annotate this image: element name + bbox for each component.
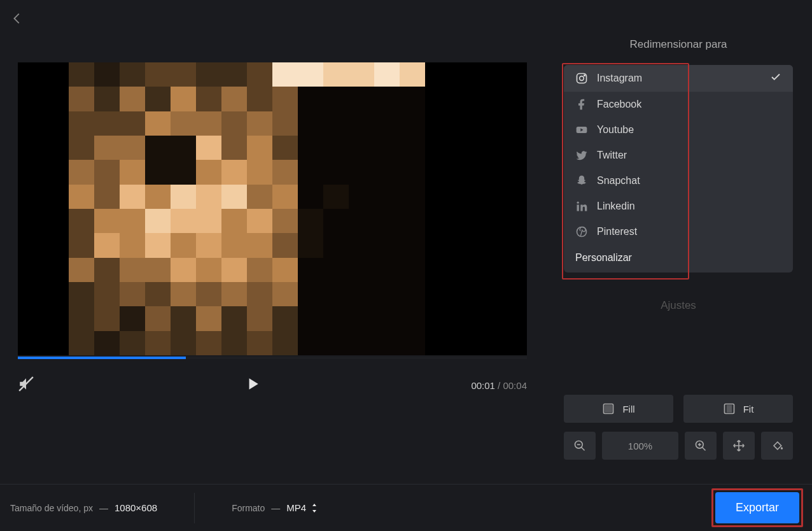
zoom-out-button[interactable]	[564, 432, 596, 460]
progress-bar[interactable]	[18, 357, 527, 359]
dropdown-item-youtube[interactable]: Youtube	[564, 117, 793, 143]
zoom-in-button[interactable]	[685, 432, 717, 460]
export-button[interactable]: Exportar	[715, 492, 799, 523]
dropdown-item-custom[interactable]: Personalizar	[564, 244, 793, 273]
youtube-icon	[575, 124, 588, 136]
chevron-left-icon	[10, 11, 24, 25]
svg-line-13	[582, 448, 585, 451]
main-area: 00:01 / 00:04 Redimensionar para Instagr…	[0, 0, 812, 484]
fill-label: Fill	[622, 404, 634, 414]
dropdown-item-label: Youtube	[597, 124, 634, 136]
fill-button[interactable]: Fill	[564, 395, 673, 423]
instagram-icon	[575, 72, 588, 85]
dropdown-item-linkedin[interactable]: Linkedin	[564, 194, 793, 219]
svg-rect-11	[727, 406, 731, 412]
format-label: Formato	[232, 503, 265, 513]
dropdown-item-label: Twitter	[597, 150, 627, 161]
svg-rect-9	[605, 406, 612, 412]
dropdown-item-facebook[interactable]: Facebook	[564, 92, 793, 117]
sidebar-title: Redimensionar para	[564, 38, 793, 51]
export-wrap: Exportar	[713, 490, 802, 526]
move-button[interactable]	[723, 432, 755, 460]
back-button[interactable]	[10, 11, 29, 31]
dropdown-item-label: Linkedin	[597, 201, 635, 212]
ajustes-label: Ajustes	[545, 299, 812, 312]
dropdown-item-pinterest[interactable]: Pinterest	[564, 219, 793, 244]
zoom-tool-row: 100%	[564, 432, 793, 471]
svg-line-16	[703, 448, 706, 451]
zoom-out-icon	[573, 439, 586, 452]
time-total: 00:04	[503, 380, 527, 391]
bottom-bar: Tamaño de vídeo, px — 1080×608 Formato —…	[0, 484, 812, 531]
mute-button[interactable]	[18, 376, 34, 395]
resize-sidebar: Redimensionar para Instagram	[545, 0, 812, 484]
linkedin-icon	[575, 200, 588, 213]
play-button[interactable]	[244, 376, 261, 395]
sort-icon	[311, 504, 318, 513]
app-root: 00:01 / 00:04 Redimensionar para Instagr…	[0, 0, 812, 531]
zoom-in-icon	[694, 439, 707, 452]
dropdown-custom-label: Personalizar	[575, 252, 632, 263]
format-selector[interactable]: Formato — MP4	[232, 502, 318, 513]
fit-button[interactable]: Fit	[683, 395, 793, 423]
move-icon	[732, 439, 745, 452]
snapchat-icon	[575, 174, 588, 187]
preview-panel: 00:01 / 00:04	[0, 0, 545, 484]
fill-icon	[602, 402, 615, 415]
pixelated-frame	[18, 62, 527, 355]
format-value: MP4	[286, 502, 306, 513]
player-controls: 00:01 / 00:04	[18, 359, 527, 406]
progress-fill	[18, 357, 186, 359]
video-size-label: Tamaño de vídeo, px	[10, 503, 93, 513]
video-size-value: 1080×608	[115, 502, 157, 513]
time-current: 00:01	[471, 380, 495, 391]
pinterest-icon	[575, 225, 588, 238]
resize-dropdown[interactable]: Instagram Facebook Youtube	[564, 65, 793, 273]
volume-muted-icon	[18, 376, 34, 392]
fit-icon	[723, 402, 736, 415]
zoom-level: 100%	[602, 432, 678, 460]
fit-label: Fit	[743, 404, 754, 414]
svg-point-6	[577, 202, 579, 204]
video-size-info: Tamaño de vídeo, px — 1080×608	[10, 502, 157, 513]
facebook-icon	[575, 98, 588, 111]
dropdown-item-label: Pinterest	[597, 226, 637, 237]
dropdown-item-label: Snapchat	[597, 175, 640, 187]
dropdown-item-twitter[interactable]: Twitter	[564, 143, 793, 168]
svg-point-2	[580, 76, 584, 81]
fill-fit-row: Fill Fit	[564, 395, 793, 423]
svg-point-3	[584, 75, 585, 76]
dropdown-item-label: Instagram	[597, 73, 642, 84]
play-icon	[244, 376, 261, 392]
check-icon	[770, 71, 781, 85]
dropdown-item-label: Facebook	[597, 99, 641, 110]
dropdown-item-snapchat[interactable]: Snapchat	[564, 168, 793, 194]
twitter-icon	[575, 149, 588, 162]
svg-rect-5	[577, 205, 579, 211]
export-label: Exportar	[736, 501, 779, 514]
background-color-button[interactable]	[761, 432, 793, 460]
time-display: 00:01 / 00:04	[471, 380, 527, 391]
divider	[194, 493, 195, 523]
video-preview[interactable]	[18, 62, 527, 355]
dropdown-item-instagram[interactable]: Instagram	[564, 65, 793, 92]
paint-bucket-icon	[771, 439, 783, 452]
